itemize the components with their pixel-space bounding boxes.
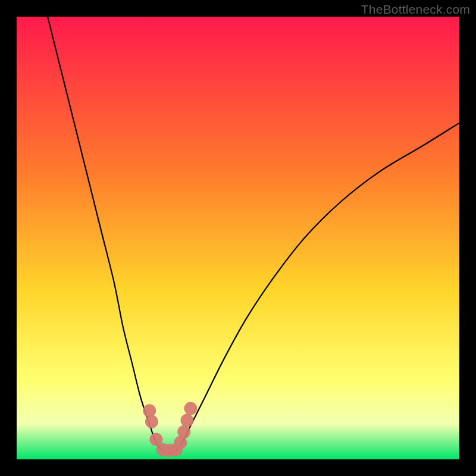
marker-point (180, 414, 193, 427)
chart-svg (17, 17, 459, 459)
marker-point (177, 425, 190, 439)
gradient-background (17, 17, 459, 459)
marker-point (184, 402, 197, 415)
attribution-text: TheBottleneck.com (361, 2, 470, 17)
marker-point (145, 415, 158, 428)
chart-frame: TheBottleneck.com (0, 0, 476, 476)
plot-area (17, 17, 459, 459)
marker-point (143, 404, 156, 417)
